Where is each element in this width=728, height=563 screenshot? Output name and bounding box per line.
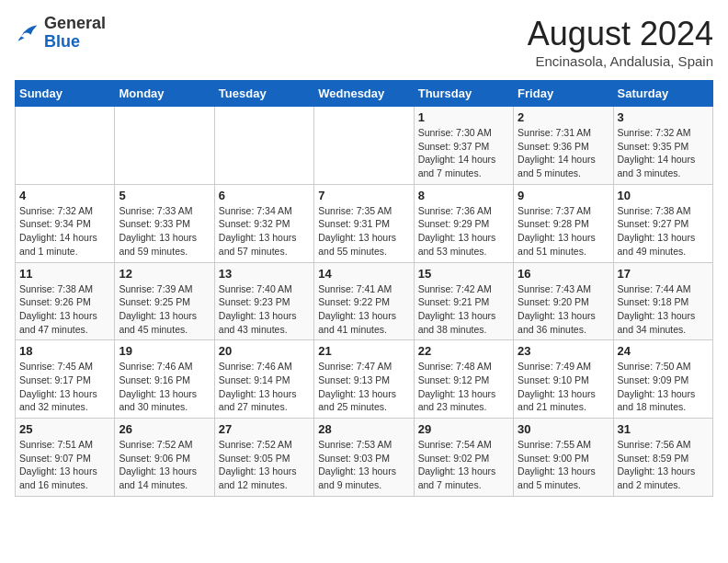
calendar-cell: [115, 107, 214, 185]
calendar-cell: 31Sunrise: 7:56 AM Sunset: 8:59 PM Dayli…: [613, 419, 712, 497]
day-info: Sunrise: 7:37 AM Sunset: 9:28 PM Dayligh…: [518, 204, 609, 259]
day-number: 4: [19, 189, 110, 202]
day-info: Sunrise: 7:55 AM Sunset: 9:00 PM Dayligh…: [518, 438, 609, 492]
calendar-cell: 23Sunrise: 7:49 AM Sunset: 9:10 PM Dayli…: [514, 340, 613, 419]
day-info: Sunrise: 7:46 AM Sunset: 9:16 PM Dayligh…: [119, 360, 210, 414]
calendar-cell: 21Sunrise: 7:47 AM Sunset: 9:13 PM Dayli…: [314, 340, 414, 419]
weekday-header-row: SundayMondayTuesdayWednesdayThursdayFrid…: [16, 81, 713, 107]
logo-text: General Blue: [44, 15, 106, 52]
calendar-cell: 4Sunrise: 7:32 AM Sunset: 9:34 PM Daylig…: [16, 184, 115, 262]
day-number: 20: [219, 344, 310, 358]
weekday-header-monday: Monday: [115, 81, 214, 107]
calendar-cell: 8Sunrise: 7:36 AM Sunset: 9:29 PM Daylig…: [414, 184, 513, 262]
calendar-cell: 2Sunrise: 7:31 AM Sunset: 9:36 PM Daylig…: [514, 107, 613, 185]
day-info: Sunrise: 7:39 AM Sunset: 9:25 PM Dayligh…: [119, 282, 210, 337]
calendar-cell: 30Sunrise: 7:55 AM Sunset: 9:00 PM Dayli…: [514, 419, 613, 497]
day-info: Sunrise: 7:54 AM Sunset: 9:02 PM Dayligh…: [418, 438, 509, 492]
day-number: 24: [618, 344, 709, 358]
day-info: Sunrise: 7:41 AM Sunset: 9:22 PM Dayligh…: [318, 282, 409, 337]
calendar-cell: 28Sunrise: 7:53 AM Sunset: 9:03 PM Dayli…: [314, 419, 414, 497]
day-number: 23: [518, 344, 609, 358]
calendar-cell: 19Sunrise: 7:46 AM Sunset: 9:16 PM Dayli…: [115, 340, 214, 419]
calendar-cell: 27Sunrise: 7:52 AM Sunset: 9:05 PM Dayli…: [214, 419, 313, 497]
calendar-cell: 14Sunrise: 7:41 AM Sunset: 9:22 PM Dayli…: [314, 262, 414, 340]
logo-bird-icon: [15, 20, 40, 46]
day-number: 13: [219, 267, 310, 281]
day-number: 19: [119, 344, 210, 358]
week-row-1: 1Sunrise: 7:30 AM Sunset: 9:37 PM Daylig…: [16, 107, 713, 185]
calendar-cell: 18Sunrise: 7:45 AM Sunset: 9:17 PM Dayli…: [16, 340, 115, 419]
day-info: Sunrise: 7:52 AM Sunset: 9:05 PM Dayligh…: [219, 438, 310, 492]
weekday-header-sunday: Sunday: [16, 81, 115, 107]
calendar-cell: 12Sunrise: 7:39 AM Sunset: 9:25 PM Dayli…: [115, 262, 214, 340]
day-info: Sunrise: 7:36 AM Sunset: 9:29 PM Dayligh…: [418, 204, 509, 259]
day-info: Sunrise: 7:43 AM Sunset: 9:20 PM Dayligh…: [518, 282, 609, 337]
calendar-cell: 17Sunrise: 7:44 AM Sunset: 9:18 PM Dayli…: [613, 262, 712, 340]
calendar-cell: 13Sunrise: 7:40 AM Sunset: 9:23 PM Dayli…: [214, 262, 313, 340]
day-number: 3: [618, 110, 709, 124]
day-number: 8: [418, 189, 509, 202]
day-info: Sunrise: 7:49 AM Sunset: 9:10 PM Dayligh…: [518, 360, 609, 414]
day-info: Sunrise: 7:45 AM Sunset: 9:17 PM Dayligh…: [19, 360, 110, 414]
calendar-cell: 3Sunrise: 7:32 AM Sunset: 9:35 PM Daylig…: [613, 107, 712, 185]
day-number: 7: [318, 189, 409, 202]
calendar-table: SundayMondayTuesdayWednesdayThursdayFrid…: [15, 80, 713, 497]
calendar-cell: 24Sunrise: 7:50 AM Sunset: 9:09 PM Dayli…: [613, 340, 712, 419]
calendar-cell: 1Sunrise: 7:30 AM Sunset: 9:37 PM Daylig…: [414, 107, 513, 185]
day-info: Sunrise: 7:48 AM Sunset: 9:12 PM Dayligh…: [418, 360, 509, 414]
day-info: Sunrise: 7:56 AM Sunset: 8:59 PM Dayligh…: [618, 438, 709, 492]
day-info: Sunrise: 7:33 AM Sunset: 9:33 PM Dayligh…: [119, 204, 210, 259]
day-number: 16: [518, 267, 609, 281]
weekday-header-friday: Friday: [514, 81, 613, 107]
day-number: 5: [119, 189, 210, 202]
logo-blue: Blue: [44, 32, 80, 51]
day-info: Sunrise: 7:32 AM Sunset: 9:35 PM Dayligh…: [618, 126, 709, 180]
day-info: Sunrise: 7:53 AM Sunset: 9:03 PM Dayligh…: [318, 438, 409, 492]
day-number: 15: [418, 267, 509, 281]
day-info: Sunrise: 7:35 AM Sunset: 9:31 PM Dayligh…: [318, 204, 409, 259]
day-number: 27: [219, 422, 310, 436]
title-block: August 2024 Encinasola, Andalusia, Spain: [528, 15, 713, 69]
day-number: 30: [518, 422, 609, 436]
calendar-cell: [314, 107, 414, 185]
day-info: Sunrise: 7:30 AM Sunset: 9:37 PM Dayligh…: [418, 126, 509, 180]
day-number: 9: [518, 189, 609, 202]
month-year-title: August 2024: [528, 15, 713, 53]
calendar-cell: 5Sunrise: 7:33 AM Sunset: 9:33 PM Daylig…: [115, 184, 214, 262]
day-info: Sunrise: 7:34 AM Sunset: 9:32 PM Dayligh…: [219, 204, 310, 259]
day-number: 11: [19, 267, 110, 281]
day-info: Sunrise: 7:32 AM Sunset: 9:34 PM Dayligh…: [19, 204, 110, 259]
week-row-4: 18Sunrise: 7:45 AM Sunset: 9:17 PM Dayli…: [16, 340, 713, 419]
day-number: 25: [19, 422, 110, 436]
day-number: 31: [618, 422, 709, 436]
day-number: 29: [418, 422, 509, 436]
day-number: 14: [318, 267, 409, 281]
day-number: 17: [618, 267, 709, 281]
day-number: 2: [518, 110, 609, 124]
day-number: 12: [119, 267, 210, 281]
logo-general: General: [44, 14, 106, 32]
calendar-cell: 9Sunrise: 7:37 AM Sunset: 9:28 PM Daylig…: [514, 184, 613, 262]
calendar-cell: 6Sunrise: 7:34 AM Sunset: 9:32 PM Daylig…: [214, 184, 313, 262]
day-info: Sunrise: 7:42 AM Sunset: 9:21 PM Dayligh…: [418, 282, 509, 337]
calendar-cell: 29Sunrise: 7:54 AM Sunset: 9:02 PM Dayli…: [414, 419, 513, 497]
day-number: 6: [219, 189, 310, 202]
weekday-header-wednesday: Wednesday: [314, 81, 414, 107]
weekday-header-saturday: Saturday: [613, 81, 712, 107]
location-subtitle: Encinasola, Andalusia, Spain: [528, 53, 713, 69]
day-number: 28: [318, 422, 409, 436]
calendar-cell: [214, 107, 313, 185]
calendar-cell: [16, 107, 115, 185]
calendar-cell: 16Sunrise: 7:43 AM Sunset: 9:20 PM Dayli…: [514, 262, 613, 340]
weekday-header-thursday: Thursday: [414, 81, 513, 107]
logo: General Blue: [15, 15, 106, 52]
week-row-5: 25Sunrise: 7:51 AM Sunset: 9:07 PM Dayli…: [16, 419, 713, 497]
week-row-2: 4Sunrise: 7:32 AM Sunset: 9:34 PM Daylig…: [16, 184, 713, 262]
calendar-cell: 7Sunrise: 7:35 AM Sunset: 9:31 PM Daylig…: [314, 184, 414, 262]
day-number: 1: [418, 110, 509, 124]
day-info: Sunrise: 7:52 AM Sunset: 9:06 PM Dayligh…: [119, 438, 210, 492]
day-number: 10: [618, 189, 709, 202]
calendar-cell: 11Sunrise: 7:38 AM Sunset: 9:26 PM Dayli…: [16, 262, 115, 340]
calendar-cell: 20Sunrise: 7:46 AM Sunset: 9:14 PM Dayli…: [214, 340, 313, 419]
day-info: Sunrise: 7:51 AM Sunset: 9:07 PM Dayligh…: [19, 438, 110, 492]
